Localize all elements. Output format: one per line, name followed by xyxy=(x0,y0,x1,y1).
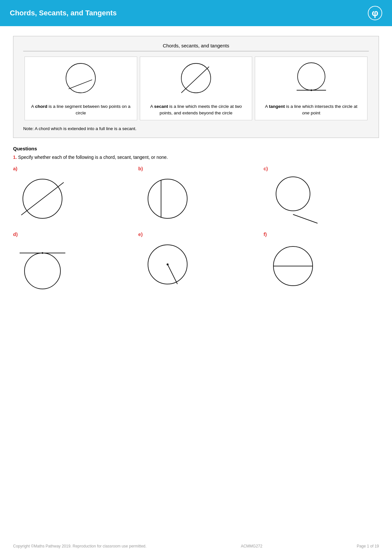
main-content: Chords, secants, and tangents A chord is… xyxy=(0,26,392,307)
q-label-d: d) xyxy=(13,231,18,237)
question-item-a: a) xyxy=(13,166,128,225)
question-item-d: d) xyxy=(13,231,128,291)
q-label-b: b) xyxy=(138,166,143,171)
svg-point-11 xyxy=(276,177,310,211)
question-item-c: c) xyxy=(264,166,379,225)
svg-line-12 xyxy=(293,214,318,223)
question-1-line: 1. Specify whether each of the following… xyxy=(13,155,379,160)
page-title: Chords, Secants, and Tangents xyxy=(10,9,117,17)
svg-point-9 xyxy=(148,179,187,218)
question-number: 1. xyxy=(13,155,17,160)
tangent-diagram xyxy=(290,60,333,99)
footer-copyright: Copyright ©Maths Pathway 2019. Reproduct… xyxy=(13,544,146,548)
secant-text: A secant is a line which meets the circl… xyxy=(146,103,246,117)
q-f-diagram xyxy=(264,238,322,291)
footer-page: Page 1 of 19 xyxy=(357,544,379,548)
svg-point-6 xyxy=(310,90,312,91)
svg-point-13 xyxy=(24,253,60,289)
logo-icon: φ xyxy=(368,6,382,20)
q-label-f: f) xyxy=(264,231,267,237)
svg-point-18 xyxy=(167,263,169,265)
svg-line-17 xyxy=(168,264,177,284)
header: Chords, Secants, and Tangents φ xyxy=(0,0,392,26)
info-divider xyxy=(23,51,369,51)
q-d-diagram xyxy=(13,238,72,291)
question-1-text: Specify whether each of the following is… xyxy=(18,155,168,160)
question-item-e: e) xyxy=(138,231,253,291)
chord-definition: A chord is a line segment between two po… xyxy=(24,57,137,120)
q-c-diagram xyxy=(264,173,322,225)
info-box: Chords, secants, and tangents A chord is… xyxy=(13,36,379,138)
question-item-b: b) xyxy=(138,166,253,225)
q-label-e: e) xyxy=(138,231,142,237)
chord-text: A chord is a line segment between two po… xyxy=(31,103,131,117)
q-label-c: c) xyxy=(264,166,268,171)
question-grid: a) b) c) d) xyxy=(13,166,379,291)
footer-code: ACMMG272 xyxy=(241,544,262,548)
svg-line-3 xyxy=(181,67,209,93)
svg-point-4 xyxy=(298,63,325,90)
q-b-diagram xyxy=(138,173,197,225)
svg-point-15 xyxy=(42,252,43,254)
svg-line-1 xyxy=(69,80,92,89)
secant-diagram xyxy=(175,60,217,99)
chord-diagram xyxy=(59,60,102,99)
footer: Copyright ©Maths Pathway 2019. Reproduct… xyxy=(0,544,392,548)
q-label-a: a) xyxy=(13,166,17,171)
info-box-title: Chords, secants, and tangents xyxy=(23,43,369,48)
tangent-definition: A tangent is a line which intersects the… xyxy=(255,57,368,120)
q-e-diagram xyxy=(138,238,197,291)
definitions-row: A chord is a line segment between two po… xyxy=(23,57,369,120)
questions-heading: Questions xyxy=(13,146,379,151)
question-item-f: f) xyxy=(264,231,379,291)
secant-definition: A secant is a line which meets the circl… xyxy=(140,57,253,120)
q-a-diagram xyxy=(13,173,72,225)
tangent-text: A tangent is a line which intersects the… xyxy=(261,103,361,117)
note-text: Note: A chord which is extended into a f… xyxy=(23,126,369,131)
svg-line-8 xyxy=(21,182,64,215)
